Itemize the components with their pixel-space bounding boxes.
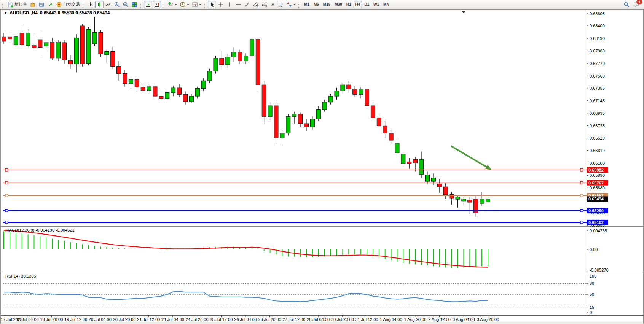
line-chart-button[interactable] bbox=[104, 1, 112, 8]
crosshair-icon bbox=[218, 2, 224, 8]
time-tick-label: 18 Jul 04:00 bbox=[16, 317, 39, 322]
line-handle[interactable] bbox=[580, 221, 583, 224]
time-tick-label: 19 Jul 12:00 bbox=[64, 317, 87, 322]
svg-text:0.65982: 0.65982 bbox=[588, 168, 604, 172]
periods-button[interactable] bbox=[179, 1, 190, 8]
timeframe-mn-button[interactable]: MN bbox=[381, 1, 391, 8]
timeframe-h4-button[interactable]: H4 bbox=[354, 1, 362, 8]
toolbar-grip[interactable] bbox=[83, 2, 85, 8]
rsi-indicator-label: RSI(14) 33.6385 bbox=[5, 274, 36, 278]
toolbar-grip[interactable] bbox=[163, 2, 165, 8]
rsi-tick-label: 80 bbox=[590, 281, 594, 286]
notifications-button[interactable]: 1 bbox=[632, 1, 641, 8]
cursor-button[interactable] bbox=[208, 1, 216, 8]
timeframe-h1-button[interactable]: H1 bbox=[344, 1, 353, 8]
toolbar-grip[interactable] bbox=[140, 2, 142, 8]
toolbar-grip[interactable] bbox=[2, 2, 5, 8]
profiles-button[interactable] bbox=[37, 1, 46, 8]
equidistant-channel-icon: E bbox=[253, 2, 259, 8]
one-click-trading-button[interactable] bbox=[29, 1, 37, 8]
equidistant-channel-button[interactable]: E bbox=[252, 1, 260, 8]
arrows-button[interactable] bbox=[285, 1, 297, 8]
chevron-down-icon bbox=[187, 4, 189, 6]
text-label-button[interactable]: T bbox=[277, 1, 285, 8]
time-tick-label: 18 Jul 20:00 bbox=[40, 317, 63, 322]
time-tick-label: 27 Jul 12:00 bbox=[282, 317, 305, 322]
price-tick-label: 0.66310 bbox=[590, 148, 605, 153]
macd-tick-label: 0.00 bbox=[590, 247, 598, 252]
macd-tick-label: -0.005276 bbox=[590, 268, 609, 272]
price-tick-label: 0.65890 bbox=[590, 173, 605, 178]
toolbar-grip[interactable] bbox=[298, 2, 301, 8]
trendline-button[interactable] bbox=[243, 1, 251, 8]
signals-button[interactable] bbox=[46, 1, 54, 8]
line-handle[interactable] bbox=[580, 210, 583, 212]
rsi-tick-label: 0 bbox=[590, 310, 592, 315]
mt4-terminal-window: 0.686050.684000.681900.679800.677700.675… bbox=[0, 0, 644, 324]
price-tag: 0.65102 bbox=[587, 220, 608, 225]
tile-windows-button[interactable] bbox=[130, 1, 139, 8]
line-handle[interactable] bbox=[580, 168, 583, 171]
price-tick-label: 0.66100 bbox=[590, 161, 605, 165]
vertical-line-button[interactable] bbox=[225, 1, 234, 8]
price-tick-label: 0.66520 bbox=[590, 136, 605, 140]
horizontal-line-button[interactable] bbox=[234, 1, 242, 8]
price-tick-label: 0.65680 bbox=[590, 186, 605, 190]
chevron-down-icon bbox=[293, 4, 296, 6]
line-handle[interactable] bbox=[5, 181, 8, 184]
line-handle[interactable] bbox=[5, 168, 8, 171]
rsi-tick-label: 50 bbox=[590, 292, 594, 297]
time-tick-label: 20 Jul 04:00 bbox=[89, 317, 112, 322]
timeframe-d1-button[interactable]: D1 bbox=[362, 1, 371, 8]
time-tick-label: 3 Aug 20:00 bbox=[477, 317, 499, 322]
cursor-icon bbox=[209, 2, 215, 8]
new-order-button[interactable]: 新订单 bbox=[6, 1, 28, 8]
timeframe-m30-button[interactable]: M30 bbox=[333, 1, 344, 8]
time-tick-label: 28 Jul 04:00 bbox=[307, 317, 330, 322]
line-handle[interactable] bbox=[580, 181, 583, 184]
templates-button[interactable] bbox=[191, 1, 202, 8]
candlestick-chart-button[interactable] bbox=[95, 1, 104, 8]
chart-shift-button[interactable] bbox=[153, 1, 161, 8]
text-button[interactable]: A bbox=[269, 1, 277, 8]
indicators-icon bbox=[167, 2, 174, 8]
time-tick-label: 24 Jul 20:00 bbox=[186, 317, 209, 322]
chevron-down-icon bbox=[175, 4, 177, 6]
templates-icon bbox=[192, 2, 198, 8]
zoom-in-button[interactable] bbox=[113, 1, 121, 8]
signals-icon bbox=[47, 2, 53, 8]
auto-trading-button[interactable]: 自动交易 bbox=[55, 1, 81, 8]
macd-tick-label: 0.004765 bbox=[590, 229, 607, 233]
time-tick-label: 21 Jul 12:00 bbox=[137, 317, 160, 322]
tile-windows-icon bbox=[131, 2, 137, 8]
price-tick-label: 0.67770 bbox=[590, 61, 605, 66]
zoom-out-button[interactable] bbox=[121, 1, 130, 8]
fibonacci-icon: F bbox=[261, 2, 268, 8]
notification-badge: 1 bbox=[636, 0, 642, 4]
indicators-button[interactable] bbox=[166, 1, 178, 8]
time-tick-label: 2 Aug 12:00 bbox=[428, 317, 451, 322]
price-tick-label: 0.68190 bbox=[590, 36, 605, 41]
line-handle[interactable] bbox=[5, 194, 8, 197]
line-handle[interactable] bbox=[5, 210, 8, 212]
toolbar-grip[interactable] bbox=[204, 2, 206, 8]
timeframe-m15-button[interactable]: M15 bbox=[321, 1, 332, 8]
arrows-icon bbox=[286, 2, 292, 8]
svg-text:0.65767: 0.65767 bbox=[588, 181, 604, 185]
line-handle[interactable] bbox=[580, 194, 583, 197]
vertical-line-icon bbox=[226, 2, 233, 8]
bar-chart-button[interactable] bbox=[86, 1, 95, 8]
bar-chart-icon bbox=[88, 2, 94, 8]
timeframe-m5-button[interactable]: M5 bbox=[312, 1, 321, 8]
symbol-dropdown-icon[interactable]: ▼ bbox=[4, 11, 7, 15]
time-tick-label: 31 Jul 12:00 bbox=[355, 317, 378, 322]
line-handle[interactable] bbox=[5, 221, 8, 224]
search-button[interactable] bbox=[622, 1, 631, 8]
crosshair-button[interactable] bbox=[217, 1, 225, 8]
timeframe-w1-button[interactable]: W1 bbox=[371, 1, 381, 8]
timeframe-m1-button[interactable]: M1 bbox=[302, 1, 311, 8]
fibonacci-button[interactable]: F bbox=[260, 1, 269, 8]
price-tick-label: 0.67980 bbox=[590, 49, 605, 53]
auto-scroll-button[interactable] bbox=[144, 1, 152, 8]
svg-text:0.65102: 0.65102 bbox=[588, 220, 604, 225]
